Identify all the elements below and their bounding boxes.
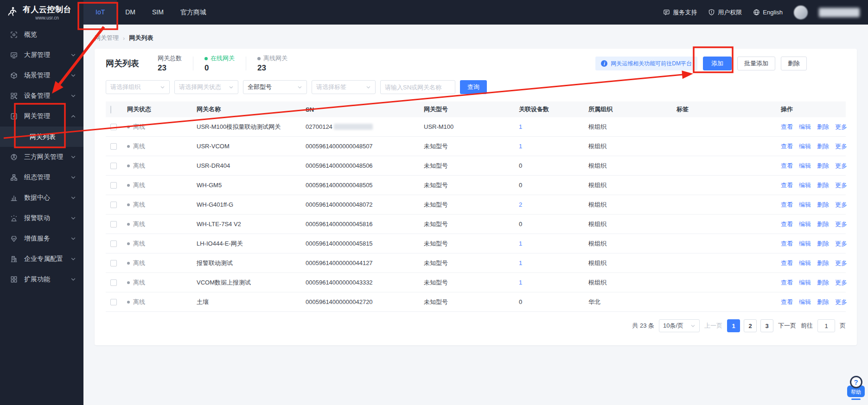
row-checkbox[interactable] — [110, 182, 117, 189]
linked-device-count[interactable]: 2 — [519, 201, 588, 208]
row-action-编辑[interactable]: 编辑 — [799, 162, 811, 170]
row-action-编辑[interactable]: 编辑 — [799, 142, 811, 151]
row-action-删除[interactable]: 删除 — [817, 240, 829, 248]
sidebar-item-alarm-linkage[interactable]: 报警联动 — [0, 208, 83, 228]
sidebar-item-extensions[interactable]: 扩展功能 — [0, 269, 83, 290]
language-switcher[interactable]: English — [753, 9, 783, 16]
row-action-更多[interactable]: 更多 — [835, 162, 847, 170]
row-action-更多[interactable]: 更多 — [835, 220, 847, 228]
row-action-更多[interactable]: 更多 — [835, 201, 847, 209]
row-action-删除[interactable]: 删除 — [817, 123, 829, 131]
page-size-select[interactable]: 10条/页 — [659, 319, 700, 332]
nav-tab-IoT[interactable]: IoT — [83, 0, 117, 25]
nav-tab-SIM[interactable]: SIM — [144, 0, 172, 25]
sidebar-item-data-center[interactable]: 数据中心 — [0, 188, 83, 208]
row-action-删除[interactable]: 删除 — [817, 278, 829, 287]
tag-select[interactable]: 请选择标签 — [312, 80, 376, 94]
add-button[interactable]: 添加 — [703, 57, 732, 70]
sidebar-item-config-mgmt[interactable]: 组态管理 — [0, 167, 83, 188]
sidebar-item-third-party-gateway-mgmt[interactable]: 三方网关管理 — [0, 147, 83, 167]
breadcrumb-parent[interactable]: 网关管理 — [95, 34, 119, 42]
table-body: 离线USR-M100模拟量联动测试网关02700124USR-M1001根组织查… — [106, 117, 846, 312]
row-action-删除[interactable]: 删除 — [817, 220, 829, 228]
row-action-删除[interactable]: 删除 — [817, 142, 829, 151]
row-action-更多[interactable]: 更多 — [835, 142, 847, 151]
row-checkbox[interactable] — [110, 240, 117, 247]
row-action-查看[interactable]: 查看 — [781, 278, 793, 287]
page-button-2[interactable]: 2 — [744, 319, 757, 332]
row-action-查看[interactable]: 查看 — [781, 123, 793, 131]
row-action-查看[interactable]: 查看 — [781, 201, 793, 209]
sidebar-item-value-added-services[interactable]: 增值服务 — [0, 228, 83, 249]
row-action-编辑[interactable]: 编辑 — [799, 240, 811, 248]
row-action-更多[interactable]: 更多 — [835, 298, 847, 306]
row-action-编辑[interactable]: 编辑 — [799, 201, 811, 209]
select-all-checkbox[interactable] — [110, 106, 111, 114]
row-action-编辑[interactable]: 编辑 — [799, 181, 811, 190]
linked-device-count[interactable]: 1 — [519, 123, 588, 130]
row-action-更多[interactable]: 更多 — [835, 181, 847, 190]
sidebar-item-gateway-mgmt[interactable]: 网关管理 — [0, 106, 83, 127]
row-action-删除[interactable]: 删除 — [817, 181, 829, 190]
gateway-stats: 网关总数 23 在线网关 0 离线网关 23 — [158, 54, 287, 73]
gateway-status-select[interactable]: 请选择网关状态 — [174, 80, 238, 94]
service-support-link[interactable]: 服务支持 — [663, 8, 697, 17]
sidebar-item-overview[interactable]: 概览 — [0, 25, 83, 45]
model-select[interactable]: 全部型号 — [243, 80, 307, 94]
row-checkbox[interactable] — [110, 221, 117, 228]
sn-search-input[interactable] — [380, 80, 455, 94]
row-action-查看[interactable]: 查看 — [781, 259, 793, 267]
delete-button[interactable]: 删除 — [781, 57, 807, 70]
row-checkbox[interactable] — [110, 299, 117, 305]
row-action-编辑[interactable]: 编辑 — [799, 278, 811, 287]
row-action-更多[interactable]: 更多 — [835, 240, 847, 248]
linked-device-count[interactable]: 1 — [519, 259, 588, 266]
linked-device-count[interactable]: 1 — [519, 240, 588, 247]
row-checkbox[interactable] — [110, 260, 117, 266]
row-action-删除[interactable]: 删除 — [817, 201, 829, 209]
row-action-更多[interactable]: 更多 — [835, 123, 847, 131]
row-action-删除[interactable]: 删除 — [817, 162, 829, 170]
row-action-编辑[interactable]: 编辑 — [799, 123, 811, 131]
linked-device-count[interactable]: 1 — [519, 279, 588, 286]
row-action-删除[interactable]: 删除 — [817, 259, 829, 267]
row-checkbox[interactable] — [110, 143, 117, 150]
row-action-编辑[interactable]: 编辑 — [799, 298, 811, 306]
row-action-更多[interactable]: 更多 — [835, 278, 847, 287]
row-action-查看[interactable]: 查看 — [781, 220, 793, 228]
page-button-3[interactable]: 3 — [760, 319, 773, 332]
row-action-编辑[interactable]: 编辑 — [799, 220, 811, 228]
row-action-更多[interactable]: 更多 — [835, 259, 847, 267]
prev-page-button[interactable]: 上一页 — [704, 322, 722, 330]
search-button[interactable]: 查询 — [460, 80, 487, 94]
row-action-查看[interactable]: 查看 — [781, 181, 793, 190]
org-select[interactable]: 请选择组织 — [106, 80, 170, 94]
sidebar-item-scene-mgmt[interactable]: 场景管理 — [0, 65, 83, 86]
nav-tab-官方商城[interactable]: 官方商城 — [172, 0, 215, 25]
batch-add-button[interactable]: 批量添加 — [737, 57, 775, 70]
help-float-button[interactable]: ? 帮助 — [846, 376, 866, 400]
row-action-编辑[interactable]: 编辑 — [799, 259, 811, 267]
user-avatar[interactable] — [794, 6, 808, 19]
row-checkbox[interactable] — [110, 279, 117, 286]
goto-page-input[interactable] — [817, 319, 835, 332]
linked-device-count[interactable]: 1 — [519, 143, 588, 150]
row-checkbox[interactable] — [110, 124, 117, 130]
row-action-查看[interactable]: 查看 — [781, 298, 793, 306]
row-checkbox[interactable] — [110, 163, 117, 169]
page-button-1[interactable]: 1 — [727, 319, 740, 332]
row-action-查看[interactable]: 查看 — [781, 240, 793, 248]
row-action-删除[interactable]: 删除 — [817, 298, 829, 306]
row-action-查看[interactable]: 查看 — [781, 162, 793, 170]
row-checkbox[interactable] — [110, 202, 117, 208]
sidebar-item-device-mgmt[interactable]: 设备管理 — [0, 86, 83, 106]
stat-divider — [193, 57, 193, 70]
nav-tab-DM[interactable]: DM — [117, 0, 144, 25]
user-permissions-link[interactable]: 用户权限 — [708, 8, 742, 17]
sidebar-item-enterprise-config[interactable]: 企业专属配置 — [0, 249, 83, 269]
organization: 根组织 — [588, 201, 677, 209]
row-action-查看[interactable]: 查看 — [781, 142, 793, 151]
sidebar-item-screen-mgmt[interactable]: 大屏管理 — [0, 45, 83, 65]
next-page-button[interactable]: 下一页 — [778, 322, 796, 330]
sidebar-subitem-gateway-list[interactable]: 网关列表 — [0, 127, 83, 147]
